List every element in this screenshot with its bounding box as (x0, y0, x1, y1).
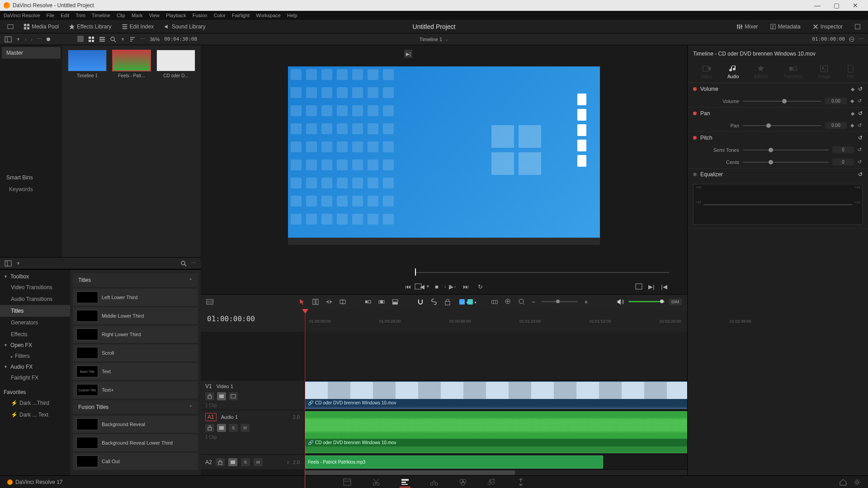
clip-thumbnail[interactable]: Feels - Patr... (111, 50, 152, 78)
snap-button[interactable] (417, 298, 424, 305)
enable-dot-icon[interactable] (693, 173, 697, 176)
timeline-name[interactable]: Timeline 1 (420, 37, 442, 42)
blade-tool-button[interactable] (339, 298, 346, 305)
track-lock-button[interactable] (205, 392, 214, 400)
track-lock-button[interactable] (205, 424, 214, 432)
tree-item-effects[interactable]: Effects (0, 328, 70, 340)
dynamic-trim-button[interactable] (326, 298, 333, 305)
keyframe-button[interactable]: ◆ (851, 86, 854, 92)
fx-options-button[interactable]: ⋯ (191, 260, 196, 267)
bin-view-button[interactable] (5, 36, 12, 42)
fullscreen-button[interactable] (4, 22, 17, 31)
tree-item-audio-transitions[interactable]: Audio Transitions (0, 293, 70, 305)
reset-button[interactable]: ↺ (858, 122, 862, 128)
pan-section-header[interactable]: Pan◆↺ (688, 108, 868, 119)
inspector-tab-audio[interactable]: Audio (726, 61, 741, 81)
lock-button[interactable] (444, 298, 451, 305)
next-edit-button[interactable]: ▶| (646, 282, 656, 291)
expand-button[interactable] (851, 22, 864, 31)
window-minimize-button[interactable]: — (808, 1, 826, 10)
viewer-timecode[interactable]: 01:00:00:00 (812, 36, 845, 42)
playhead-line[interactable] (305, 309, 305, 488)
match-frame-button[interactable] (634, 282, 644, 291)
track-auto-select-button[interactable] (217, 424, 226, 432)
fusion-title-item[interactable]: Call Out (73, 453, 198, 470)
track-header-a1[interactable]: A1Audio 12.0 S M 1 Clip (201, 410, 304, 455)
zoom-in-button[interactable]: + (584, 298, 588, 305)
trim-tool-button[interactable] (312, 298, 319, 305)
prev-edit-button[interactable]: |◀ (659, 282, 669, 291)
media-page-button[interactable] (342, 477, 353, 488)
reset-button[interactable]: ↺ (858, 159, 862, 165)
track-lock-button[interactable] (216, 458, 225, 466)
menu-trim[interactable]: Trim (75, 13, 85, 18)
menu-view[interactable]: View (149, 13, 160, 18)
deliver-page-button[interactable] (515, 477, 526, 488)
fusion-page-button[interactable] (429, 477, 439, 488)
overwrite-clip-button[interactable] (378, 298, 385, 305)
title-item[interactable]: Middle Lower Third (73, 307, 198, 324)
pan-slider[interactable] (743, 125, 821, 126)
nav-prev-button[interactable]: ‹ (25, 37, 27, 42)
replace-clip-button[interactable] (392, 298, 399, 305)
volume-section-header[interactable]: Volume◆↺ (688, 83, 868, 95)
menu-timeline[interactable]: Timeline (92, 13, 110, 18)
edit-page-button[interactable] (400, 477, 410, 488)
zoom-fit-button[interactable] (505, 298, 512, 305)
menu-clip[interactable]: Clip (117, 13, 125, 18)
ellipsis-button[interactable]: ⋯ (37, 36, 42, 42)
pitch-section-header[interactable]: Pitch↺ (688, 132, 868, 144)
view-thumb-button[interactable] (88, 36, 94, 42)
media-pool-button[interactable]: Media Pool (20, 22, 62, 31)
keyframe-button[interactable]: ◆ (850, 122, 854, 128)
favorite-item[interactable]: ⚡Dark ...Third (0, 397, 70, 409)
nav-next-button[interactable]: › (31, 37, 33, 42)
zoom-detail-button[interactable] (518, 298, 525, 305)
loop-mode-next-button[interactable]: › (454, 284, 456, 289)
insert-clip-button[interactable] (364, 298, 372, 305)
chevron-down-icon[interactable]: ▼ (426, 284, 430, 289)
playhead-icon[interactable] (302, 309, 308, 314)
track-header-a2[interactable]: A2 S M ↕ 2.0 (201, 455, 304, 470)
mute-button[interactable] (617, 298, 624, 305)
search-button[interactable] (110, 36, 116, 42)
title-item[interactable]: Left Lower Third (73, 289, 198, 306)
reset-button[interactable]: ↺ (858, 98, 862, 104)
menu-workspace[interactable]: Workspace (256, 13, 281, 18)
menu-fairlight[interactable]: Fairlight (232, 13, 250, 18)
dim-button[interactable]: DIM (669, 299, 682, 305)
master-bin[interactable]: Master (2, 47, 61, 59)
flag-blue-button[interactable]: ▼ (459, 299, 465, 305)
track-mute-button[interactable]: M (254, 458, 263, 466)
go-start-button[interactable]: ⏮ (403, 282, 413, 291)
effects-library-button[interactable]: Effects Library (65, 22, 115, 31)
timeline-scrollbar[interactable] (201, 470, 687, 475)
semitones-value[interactable]: 0 (832, 146, 854, 153)
menu-davinci[interactable]: DaVinci Resolve (4, 13, 40, 18)
audio-clip[interactable]: 🔗CD oder DVD brennen Windows 10.mov (305, 411, 687, 453)
tree-item-generators[interactable]: Generators (0, 317, 70, 328)
viewer-mode-button[interactable] (413, 282, 423, 291)
reset-button[interactable]: ↺ (858, 147, 862, 153)
title-item[interactable]: Scroll (73, 344, 198, 361)
menu-help[interactable]: Help (287, 13, 297, 18)
track-auto-select-button[interactable] (217, 392, 226, 400)
zoom-slider[interactable] (542, 301, 578, 302)
scrubber-handle[interactable] (415, 268, 416, 276)
menu-color[interactable]: Color (214, 13, 226, 18)
scrollbar-thumb[interactable] (305, 470, 515, 475)
tree-item-titles[interactable]: Titles (0, 305, 70, 317)
viewer-options-button[interactable]: ⋯ (859, 36, 863, 42)
fx-panel-layout-button[interactable] (5, 260, 12, 267)
volume-slider[interactable] (628, 301, 665, 302)
link-button[interactable] (430, 298, 438, 305)
resize-handle-icon[interactable]: ↕ (287, 459, 289, 465)
reset-button[interactable]: ↺ (858, 135, 863, 141)
enable-dot-icon[interactable] (693, 112, 697, 115)
reset-button[interactable]: ↺ (858, 86, 863, 92)
inspector-button[interactable]: Inspector (809, 22, 846, 31)
chevron-down-icon[interactable]: ▼ (16, 261, 20, 266)
semitones-slider[interactable] (743, 150, 829, 150)
fairlight-page-button[interactable] (486, 477, 497, 488)
tree-item-video-transitions[interactable]: Video Transitions (0, 282, 70, 293)
